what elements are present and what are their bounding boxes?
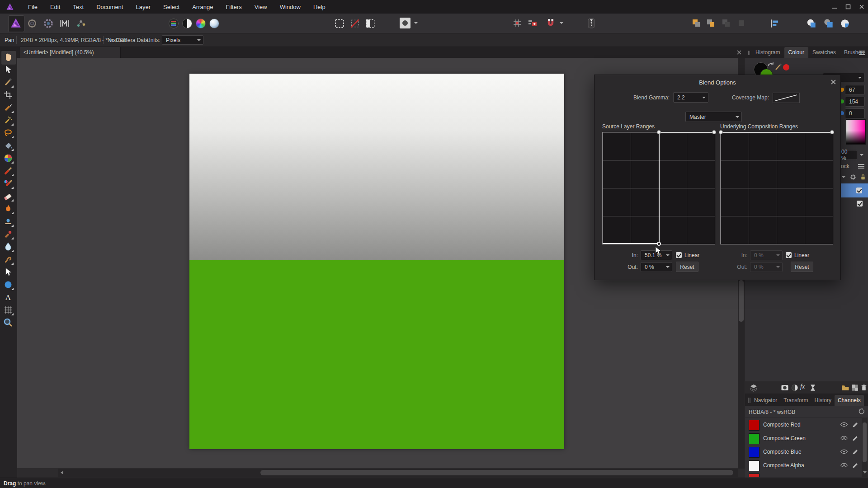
move-by-whole-pixels-icon[interactable] [527,18,538,28]
tab-history[interactable]: History [811,395,835,406]
assistant-icon[interactable] [586,17,597,29]
auto-contrast-icon[interactable] [182,19,192,28]
delete-trash-icon[interactable] [860,383,868,392]
snapping-grid-icon[interactable] [512,18,523,28]
minimize-button[interactable] [832,4,837,9]
source-reset-button[interactable]: Reset [676,262,698,272]
gradient-tool[interactable] [3,153,14,164]
channel-editable-pencil-icon[interactable] [852,462,859,469]
photo-persona-button[interactable] [8,15,24,32]
menu-arrange[interactable]: Arrange [186,4,219,10]
blend-gamma-select[interactable]: 2.2 [673,92,708,103]
erase-tool[interactable] [3,191,14,202]
source-node-in-top[interactable] [657,130,661,134]
underlying-ranges-graph[interactable] [720,132,833,244]
source-node-right-top[interactable] [712,130,716,134]
menu-layer[interactable]: Layer [129,4,157,10]
smart-object-icon[interactable] [808,383,817,392]
horizontal-scrollbar-track[interactable] [58,469,738,477]
layers-panel-menu-icon[interactable] [858,164,864,169]
export-persona-icon[interactable] [75,18,87,29]
tab-swatches[interactable]: Swatches [808,47,840,58]
clone-stamp-tool[interactable] [3,229,14,239]
move-forward-icon[interactable] [705,18,716,28]
adjustment-layer-icon[interactable] [790,383,799,392]
blend-mode-dropdown-arrow[interactable] [842,176,845,178]
menu-file[interactable]: File [22,4,44,10]
vertical-scrollbar-thumb[interactable] [739,280,744,322]
geometry-add-icon[interactable] [806,18,817,29]
document-tab[interactable]: <Untitled> [Modified] (40.5%) [20,47,121,58]
units-select[interactable]: Pixels [162,35,203,45]
channel-visible-eye-icon[interactable] [840,435,848,441]
menu-view[interactable]: View [248,4,274,10]
tone-mapping-persona-icon[interactable] [59,18,71,29]
selection-brush-tool[interactable] [3,102,14,113]
layer-visibility-checkbox[interactable] [856,188,862,193]
freehand-selection-tool[interactable] [3,127,14,138]
move-to-back-icon-disabled[interactable] [736,18,747,28]
channel-row-blue[interactable]: Composite Blue [745,445,862,459]
move-backward-icon-disabled[interactable] [721,18,731,28]
channel-row-green[interactable]: Composite Green [745,432,862,445]
snapping-magnet-icon[interactable] [545,18,556,28]
green-value-field[interactable]: 154 [845,97,865,107]
channel-editable-pencil-icon[interactable] [852,448,859,455]
colour-replacement-brush-tool[interactable] [3,178,14,189]
ellipse-tool[interactable] [3,279,14,290]
move-tool[interactable] [3,64,14,75]
invert-selection-icon[interactable] [364,18,376,29]
layer-visibility-checkbox-2[interactable] [857,201,863,206]
opacity-dropdown-arrow[interactable] [860,154,863,156]
panel-menu-icon[interactable] [859,50,865,56]
menu-filters[interactable]: Filters [219,4,248,10]
mask-layer-icon[interactable] [780,383,789,392]
underlying-node-right-top[interactable] [830,130,834,134]
maximize-button[interactable] [845,4,851,9]
source-node-in-bottom[interactable] [657,242,661,246]
dodge-tool[interactable] [3,216,14,227]
crop-tool[interactable] [3,89,14,100]
reset-channels-icon[interactable] [858,408,865,415]
blur-tool[interactable] [3,241,14,252]
auto-levels-icon[interactable] [169,19,179,28]
red-value-field[interactable]: 67 [845,85,865,95]
alignment-icon[interactable] [769,18,780,29]
colour-picker-tool[interactable] [3,77,14,88]
tab-transform[interactable]: Transform [780,395,811,406]
auto-colour-icon[interactable] [196,19,206,28]
channel-editable-pencil-icon[interactable] [852,435,859,442]
menu-edit[interactable]: Edit [44,4,66,10]
channels-scrollbar-thumb[interactable] [863,422,867,462]
tab-colour[interactable]: Colour [784,47,808,58]
scroll-down-arrow-icon[interactable] [863,471,867,474]
layers-gear-icon[interactable] [849,173,857,181]
deselect-icon[interactable] [349,18,361,29]
new-layer-icon[interactable] [850,383,859,392]
channel-visible-eye-icon[interactable] [840,462,848,469]
underlying-reset-button[interactable]: Reset [791,262,813,272]
channel-visible-eye-icon[interactable] [840,421,848,428]
tab-strip-close-icon[interactable] [737,50,741,55]
auto-white-balance-icon[interactable] [209,19,219,28]
text-tool[interactable]: A [3,292,14,303]
layers-stack-icon[interactable] [749,383,759,393]
channel-row-red[interactable]: Composite Red [745,418,862,432]
source-out-field[interactable]: 0 % [641,262,672,272]
channel-visible-eye-icon[interactable] [840,448,848,455]
node-tool[interactable] [3,267,14,277]
channels-scrollbar-track[interactable] [862,418,868,477]
tab-navigator[interactable]: Navigator [751,395,780,406]
panel-drag-handle[interactable] [748,50,750,56]
underlying-out-field[interactable]: 0 % [750,262,783,272]
colour-picker-square[interactable] [846,119,866,145]
move-to-front-icon[interactable] [691,18,702,28]
menu-text[interactable]: Text [66,4,90,10]
group-folder-icon[interactable] [841,383,850,392]
live-filter-fx-icon[interactable]: fx [800,383,805,390]
document-canvas[interactable] [189,74,564,449]
develop-persona-icon[interactable] [42,18,54,29]
scroll-left-arrow-icon[interactable] [61,471,63,474]
underlying-node-left-top[interactable] [719,130,723,134]
panel-drag-handle-2[interactable] [747,397,751,404]
